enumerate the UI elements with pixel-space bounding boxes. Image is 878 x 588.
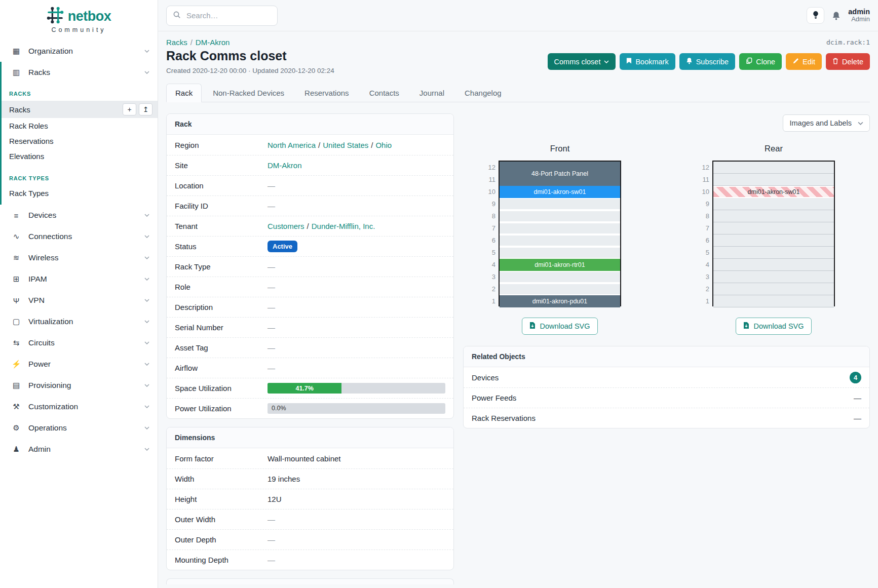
sidebar-item-label: Racks bbox=[28, 68, 137, 77]
rack-unit-empty[interactable] bbox=[713, 259, 834, 271]
field-label: Site bbox=[175, 161, 268, 170]
sidebar-item-customization[interactable]: ⚒Customization bbox=[0, 396, 158, 417]
rack-unit-dmi01-akron-sw01[interactable]: dmi01-akron-sw01 bbox=[500, 186, 620, 198]
breadcrumb-link[interactable]: DM-Akron bbox=[196, 38, 230, 47]
sidebar-item-vpn[interactable]: ΨVPN bbox=[0, 290, 158, 311]
sidebar-subitem-label: Rack Types bbox=[9, 189, 49, 198]
download-svg-button[interactable]: Download SVG bbox=[736, 318, 811, 335]
sidebar-item-operations[interactable]: ⚙Operations bbox=[0, 417, 158, 439]
related-row-rack-reservations[interactable]: Rack Reservations— bbox=[464, 408, 869, 428]
elevation-title-front: Front bbox=[483, 144, 621, 153]
import-button[interactable]: ↥ bbox=[139, 103, 152, 115]
unit-number: 6 bbox=[697, 234, 709, 247]
sidebar-subitem-racks[interactable]: Racks+↥ bbox=[2, 101, 158, 118]
rack-unit-48-port-patch-panel[interactable]: 48-Port Patch Panel bbox=[500, 162, 620, 186]
bookmark-button[interactable]: Bookmark bbox=[620, 53, 675, 70]
elevation-view-select[interactable]: Images and Labels bbox=[783, 114, 870, 132]
dimensions-panel-title: Dimensions bbox=[167, 427, 453, 448]
rack-unit-empty[interactable] bbox=[713, 247, 834, 259]
tab-reservations[interactable]: Reservations bbox=[295, 84, 358, 102]
netbox-logo-icon bbox=[47, 7, 64, 26]
breadcrumb: Racks/DM-Akron bbox=[166, 38, 230, 47]
rack-unit-empty[interactable] bbox=[500, 223, 620, 233]
sidebar-nav-bottom: ≡Devices∿Connections≋Wireless⊞IPAMΨVPN▢V… bbox=[0, 205, 158, 460]
breadcrumb-link[interactable]: Racks bbox=[166, 38, 187, 47]
sidebar-subitem-rack-types[interactable]: Rack Types bbox=[2, 185, 158, 201]
rack-unit-dmi01-akron-sw01[interactable]: dmi01-akron-sw01 bbox=[713, 187, 834, 197]
rack-unit-empty[interactable] bbox=[713, 295, 834, 307]
value-link[interactable]: Ohio bbox=[375, 141, 392, 149]
rack-unit-dmi01-akron-rtr01[interactable]: dmi01-akron-rtr01 bbox=[500, 259, 620, 271]
sidebar-item-wireless[interactable]: ≋Wireless bbox=[0, 247, 158, 268]
edit-button[interactable]: Edit bbox=[786, 53, 822, 70]
search-input[interactable] bbox=[185, 11, 271, 20]
rack-unit-empty[interactable] bbox=[713, 283, 834, 295]
user-menu[interactable]: admin Admin bbox=[848, 8, 870, 24]
netbox-logo[interactable]: netbox Community bbox=[0, 0, 158, 41]
rack-unit-empty[interactable] bbox=[500, 248, 620, 258]
delete-button[interactable]: Delete bbox=[826, 53, 870, 70]
add-button[interactable]: + bbox=[123, 103, 136, 115]
subscribe-button[interactable]: Subscribe bbox=[679, 53, 735, 70]
sidebar-item-devices[interactable]: ≡Devices bbox=[0, 205, 158, 226]
value-link[interactable]: United States bbox=[323, 141, 368, 149]
sidebar-item-circuits[interactable]: ⇆Circuits bbox=[0, 332, 158, 354]
notifications-bell-icon[interactable] bbox=[832, 11, 841, 20]
field-label: Outer Width bbox=[175, 515, 268, 524]
rack-unit-empty[interactable] bbox=[500, 211, 620, 221]
sidebar-item-racks[interactable]: ▥Racks bbox=[2, 62, 158, 83]
empty-value: — bbox=[268, 343, 275, 352]
bookmark-icon bbox=[626, 57, 632, 66]
field-label: Status bbox=[175, 242, 268, 251]
tab-changelog[interactable]: Changelog bbox=[455, 84, 511, 102]
power-icon: ⚡ bbox=[11, 360, 21, 369]
unit-number: 11 bbox=[697, 174, 709, 186]
sidebar-item-provisioning[interactable]: ▤Provisioning bbox=[0, 375, 158, 396]
unit-number: 1 bbox=[697, 295, 709, 307]
download-svg-button[interactable]: Download SVG bbox=[522, 318, 597, 335]
rack-unit-empty[interactable] bbox=[713, 198, 834, 210]
rack-unit-empty[interactable] bbox=[500, 199, 620, 209]
sidebar-subitem-rack-roles[interactable]: Rack Roles bbox=[2, 118, 158, 133]
organization-icon: ▦ bbox=[11, 47, 21, 56]
rack-unit-empty[interactable] bbox=[500, 272, 620, 282]
value-link[interactable]: Dunder-Mifflin, Inc. bbox=[312, 222, 375, 230]
value-link[interactable]: DM-Akron bbox=[268, 161, 302, 170]
tab-journal[interactable]: Journal bbox=[410, 84, 453, 102]
sidebar-item-virtualization[interactable]: ▢Virtualization bbox=[0, 311, 158, 332]
rack-unit-empty[interactable] bbox=[500, 284, 620, 294]
empty-value: — bbox=[268, 303, 275, 311]
rack-unit-empty[interactable] bbox=[713, 271, 834, 283]
comms-closet-button[interactable]: Comms closet bbox=[548, 53, 616, 70]
rack-unit-empty[interactable] bbox=[713, 174, 834, 186]
value-link[interactable]: North America bbox=[268, 141, 316, 149]
sidebar-item-admin[interactable]: ♟Admin bbox=[0, 439, 158, 460]
rack-unit-empty[interactable] bbox=[713, 222, 834, 234]
rack-unit-empty[interactable] bbox=[713, 234, 834, 247]
rack-unit-empty[interactable] bbox=[713, 210, 834, 222]
rack-unit-dmi01-akron-pdu01[interactable]: dmi01-akron-pdu01 bbox=[500, 295, 620, 307]
related-row-devices[interactable]: Devices4 bbox=[464, 367, 869, 387]
sidebar-subitem-elevations[interactable]: Elevations bbox=[2, 148, 158, 164]
rack-unit-empty[interactable] bbox=[713, 162, 834, 174]
sidebar-item-organization[interactable]: ▦Organization bbox=[0, 41, 158, 62]
sidebar-subitem-reservations[interactable]: Reservations bbox=[2, 133, 158, 148]
copy-icon bbox=[746, 57, 752, 66]
chevron-down-icon bbox=[144, 235, 149, 238]
button-label: Delete bbox=[842, 58, 863, 66]
utilization-bar: 0.0% bbox=[268, 403, 445, 414]
tab-non-racked-devices[interactable]: Non-Racked Devices bbox=[204, 84, 293, 102]
field-value: DM-Akron bbox=[268, 161, 445, 170]
related-row-power-feeds[interactable]: Power Feeds— bbox=[464, 387, 869, 408]
tab-rack[interactable]: Rack bbox=[166, 84, 202, 102]
sidebar-item-connections[interactable]: ∿Connections bbox=[0, 226, 158, 247]
sidebar-item-ipam[interactable]: ⊞IPAM bbox=[0, 268, 158, 290]
tab-contacts[interactable]: Contacts bbox=[360, 84, 408, 102]
clone-button[interactable]: Clone bbox=[739, 53, 782, 70]
field-value: North America/United States/Ohio bbox=[268, 141, 445, 149]
dark-mode-toggle-button[interactable] bbox=[807, 7, 824, 24]
rack-unit-empty[interactable] bbox=[500, 236, 620, 246]
value-link[interactable]: Customers bbox=[268, 222, 304, 230]
empty-value: — bbox=[854, 414, 861, 422]
sidebar-item-power[interactable]: ⚡Power bbox=[0, 354, 158, 375]
